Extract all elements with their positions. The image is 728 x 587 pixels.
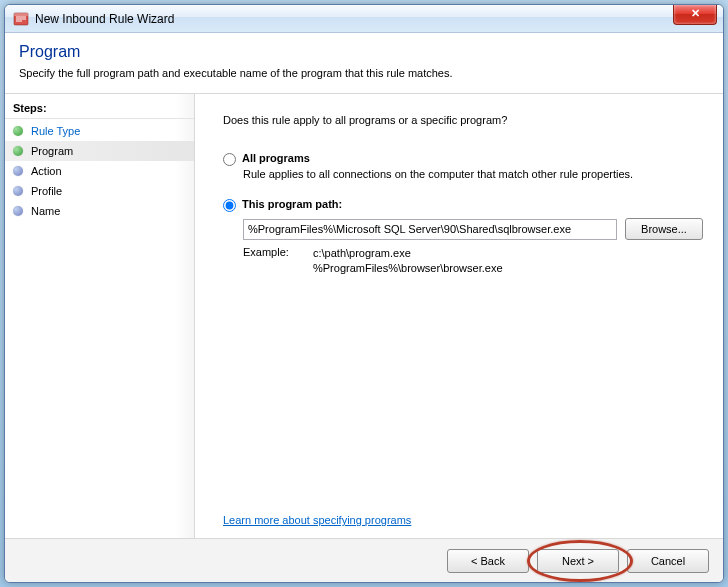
example-label: Example: xyxy=(243,246,295,276)
app-icon xyxy=(13,11,29,27)
step-label: Name xyxy=(31,205,60,217)
titlebar[interactable]: New Inbound Rule Wizard ✕ xyxy=(5,5,723,33)
cancel-button[interactable]: Cancel xyxy=(627,549,709,573)
svg-rect-1 xyxy=(14,13,28,16)
step-label: Profile xyxy=(31,185,62,197)
steps-heading: Steps: xyxy=(5,100,194,119)
header-section: Program Specify the full program path an… xyxy=(5,33,723,94)
sidebar-item-name[interactable]: Name xyxy=(5,201,194,221)
option-path-title: This program path: xyxy=(242,198,342,210)
sidebar-item-profile[interactable]: Profile xyxy=(5,181,194,201)
option-program-path: This program path: Browse... Example: c:… xyxy=(223,198,703,276)
path-row: Browse... xyxy=(243,218,703,240)
example-line2: %ProgramFiles%\browser\browser.exe xyxy=(313,261,503,276)
browse-button[interactable]: Browse... xyxy=(625,218,703,240)
step-bullet-icon xyxy=(13,126,23,136)
next-button[interactable]: Next > xyxy=(537,549,619,573)
body-area: Steps: Rule Type Program Action Profile … xyxy=(5,94,723,538)
sidebar-item-rule-type[interactable]: Rule Type xyxy=(5,121,194,141)
example-values: c:\path\program.exe %ProgramFiles%\brows… xyxy=(313,246,503,276)
example-row: Example: c:\path\program.exe %ProgramFil… xyxy=(243,246,703,276)
option-all-desc: Rule applies to all connections on the c… xyxy=(243,168,703,180)
back-button[interactable]: < Back xyxy=(447,549,529,573)
step-label: Program xyxy=(31,145,73,157)
option-path-row[interactable]: This program path: xyxy=(223,198,703,212)
program-path-input[interactable] xyxy=(243,219,617,240)
wizard-window: New Inbound Rule Wizard ✕ Program Specif… xyxy=(4,4,724,583)
page-title: Program xyxy=(19,43,709,61)
sidebar-item-program[interactable]: Program xyxy=(5,141,194,161)
close-icon: ✕ xyxy=(691,7,700,19)
example-line1: c:\path\program.exe xyxy=(313,246,503,261)
radio-all-programs[interactable] xyxy=(223,153,236,166)
window-title: New Inbound Rule Wizard xyxy=(35,12,174,26)
radio-program-path[interactable] xyxy=(223,199,236,212)
option-all-title: All programs xyxy=(242,152,310,164)
step-label: Action xyxy=(31,165,62,177)
step-bullet-icon xyxy=(13,186,23,196)
sidebar: Steps: Rule Type Program Action Profile … xyxy=(5,94,195,538)
step-label: Rule Type xyxy=(31,125,80,137)
option-all-programs: All programs Rule applies to all connect… xyxy=(223,152,703,180)
learn-more-link[interactable]: Learn more about specifying programs xyxy=(223,514,703,526)
page-subtitle: Specify the full program path and execut… xyxy=(19,67,709,79)
option-all-row[interactable]: All programs xyxy=(223,152,703,166)
button-bar: < Back Next > Cancel xyxy=(5,538,723,582)
rule-question: Does this rule apply to all programs or … xyxy=(223,114,703,126)
step-bullet-icon xyxy=(13,166,23,176)
sidebar-item-action[interactable]: Action xyxy=(5,161,194,181)
step-bullet-icon xyxy=(13,146,23,156)
close-button[interactable]: ✕ xyxy=(673,5,717,25)
step-bullet-icon xyxy=(13,206,23,216)
content-pane: Does this rule apply to all programs or … xyxy=(195,94,723,538)
